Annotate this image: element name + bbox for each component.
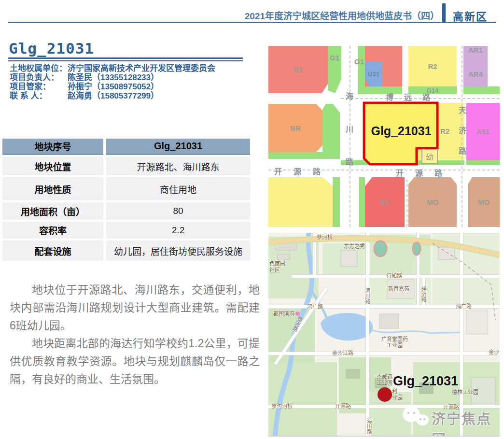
map-label-kaiyuan-road-left: 开源路 (335, 402, 351, 410)
zoning-map: B1 G1 G1 U31 R2 G14 AR1 AR4 BR A51 R2 Gl… (268, 46, 500, 227)
zone-block-g1-a: G1 (328, 46, 341, 93)
zone-label-g1-b: G1 (354, 57, 364, 66)
district-label: 高新区 (453, 8, 488, 23)
map-label-dongfang: 东方之秀 (344, 243, 365, 250)
street-map: 蓼河桥 东方之秀 色家园 社区 行知路 新月嘉苑 海川路 祥济路 鸿广路 鸿广路… (268, 233, 500, 437)
road-label-kaiyuan-right: 开源路 (396, 167, 454, 178)
row-value: 幼儿园，居住街坊便民服务设施 (106, 241, 250, 261)
zone-label: BR (290, 124, 301, 132)
map-label-sejiayuan: 色家园 社区 (269, 261, 285, 273)
contact-block: 土地权属单位：济宁国家高新技术产业开发区管理委员会 项目负责人：陈圣民（1335… (10, 64, 215, 100)
table-header-label: 地块序号 (2, 139, 103, 155)
map-label-li-park: 利 业园 (392, 388, 403, 401)
kindergarten-label: 幼 (426, 151, 434, 162)
parcel-info-table: 地块序号 Glg_21031 地块位置 开源路北、海川路东 用地性质 商住用地 … (2, 139, 250, 263)
map-label-text: 都国滨府 (273, 311, 294, 317)
road-label-haichuan: 海川路 (343, 92, 354, 191)
row-label: 用地面积（亩） (2, 202, 103, 220)
zone-label: MO (427, 198, 438, 206)
row-value: 2.2 (106, 222, 250, 239)
zone-label: R2 (428, 62, 437, 71)
wechat-icon-eye (423, 418, 425, 420)
wechat-icon-eye (420, 418, 421, 420)
wechat-icon-eye (413, 412, 415, 414)
table-row: 用地性质 商住用地 (2, 177, 250, 200)
contact-value: 济宁国家高新技术产业开发区管理委员会 (68, 64, 215, 73)
contact-label: 土地权属单位： (10, 64, 68, 73)
page-title: Glg_21031 (9, 40, 94, 57)
row-value: 80 (106, 202, 250, 220)
contact-row: 土地权属单位：济宁国家高新技术产业开发区管理委员会 (10, 64, 215, 73)
zone-block-mo2: MO (468, 177, 500, 227)
parcel-description: 地块位于开源路北、海川路东，交通便利，地块内部需沿海川路规划设计大型商业建筑。需… (10, 281, 260, 388)
table-header-row: 地块序号 Glg_21031 (2, 139, 250, 155)
table-row: 地块位置 开源路北、海川路东 (2, 157, 250, 175)
zone-label: B1 (380, 198, 389, 206)
table-header-value: Glg_21031 (106, 139, 250, 155)
map-label-delin: 德林工业园 (452, 389, 478, 396)
map-label-binfu: 都国滨府 (273, 311, 300, 317)
document-title: 2021年度济宁城区经营性用地供地蓝皮书（四） (245, 9, 439, 22)
zone-label: AR1 (468, 46, 483, 54)
zone-label: MO (478, 198, 490, 206)
map-label-jinshajiang-road-right: 金沙江 (489, 348, 500, 355)
zone-label: G1 (330, 54, 339, 62)
zone-block-r2-top: R2 (408, 46, 457, 86)
zone-label-r2-mid: R2 (440, 127, 449, 135)
document-page: 2021年度济宁城区经营性用地供地蓝皮书（四） 高新区 Glg_21031 土地… (0, 0, 504, 439)
zone-block-yellow-sw (268, 177, 333, 227)
zone-block-ar4: AR4 (463, 62, 488, 86)
contact-value: 赵海勇（15805377299） (68, 91, 159, 100)
zone-green-strip (463, 86, 500, 94)
title-underline (8, 57, 243, 61)
zone-green-strip (359, 177, 365, 227)
table-row: 用地面积（亩） 80 (2, 202, 250, 220)
map-label-liaohe-bridge: 蓼河桥 (317, 233, 333, 241)
row-label: 用地性质 (2, 177, 103, 200)
row-label: 地块位置 (2, 157, 103, 175)
contact-label: 项目负责人： (10, 73, 68, 82)
map-label-jinshajiang-road-left: 金沙江路 (332, 349, 353, 356)
map-label-xiangji-road: 祥济路 (420, 286, 427, 302)
row-value: 商住用地 (106, 177, 250, 200)
wechat-icon-small (416, 414, 429, 425)
zone-block-br: BR (268, 104, 322, 152)
contact-value: 陈圣民（13355128233） (68, 73, 159, 82)
map-label-liaogou-bridge: 蓼沟河桥 (271, 402, 293, 410)
map-label-hongguang-road-left: 鸿广路 (307, 302, 323, 310)
kindergarten-box: 幼 (421, 149, 438, 164)
zone-block-b1-bottom: B1 (365, 177, 405, 227)
contact-row: 项目负责人：陈圣民（13355128233） (10, 73, 215, 82)
zone-green-strip (322, 104, 340, 159)
table-row: 容积率 2.2 (2, 222, 250, 239)
zone-label: U31 (368, 71, 379, 78)
map-label-guangyutang: 广育堂国药 工业园 (381, 336, 408, 349)
parcel-location-marker (378, 387, 392, 402)
map-label-xingzhi-road: 行知路 (386, 271, 402, 279)
road-centerline (406, 179, 407, 227)
zone-green-strip (333, 177, 340, 227)
zone-green-strip (466, 160, 500, 165)
road-label-boyuan: 博远路 (386, 91, 441, 102)
map-label-haichuan-road-south: 海川路 (365, 418, 373, 434)
description-paragraph-2: 地块距离北部的海达行知学校约1.2公里，可提供优质教育教学资源。地块与规划麒麟岛… (10, 335, 260, 388)
road-label-kaiyuan-left: 开源路 (274, 165, 332, 177)
row-label: 配套设施 (2, 241, 103, 261)
contact-row: 项目管家：孙振宁（13508975052） (10, 82, 215, 91)
map-label-haichuan-road: 海川路 (364, 288, 371, 304)
row-value: 开源路北、海川路东 (106, 157, 250, 175)
zone-label: A51 (476, 127, 490, 136)
road-label-tianji: 天济路 (456, 106, 467, 167)
zone-block-a51: A51 (466, 103, 500, 160)
header-rule (8, 22, 496, 23)
map-label-hongguang-road-right: 鸿广路 (456, 302, 472, 310)
row-label: 容积率 (2, 222, 103, 239)
zone-label: AR4 (468, 70, 483, 78)
watermark-text: 济宁焦点网 (432, 408, 500, 437)
table-row: 配套设施 幼儿园，居住街坊便民服务设施 (2, 241, 250, 261)
street-map-parcel-label: Glg_21031 (393, 374, 458, 389)
zone-block-b1-top: B1 (268, 46, 328, 93)
zone-block-mo1: MO (408, 177, 457, 227)
description-paragraph-1: 地块位于开源路北、海川路东，交通便利，地块内部需沿海川路规划设计大型商业建筑。需… (10, 281, 260, 335)
contact-value: 孙振宁（13508975052） (68, 82, 159, 91)
